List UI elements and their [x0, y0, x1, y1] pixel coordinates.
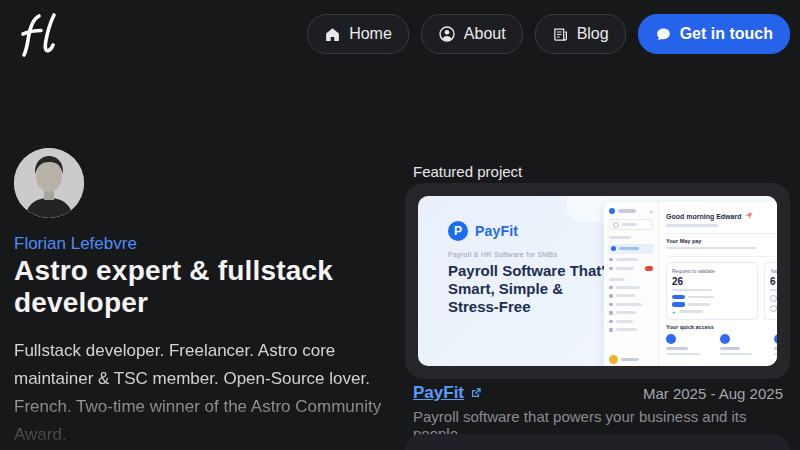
user-avatar-dot [609, 355, 618, 364]
newspaper-icon [552, 26, 569, 43]
notification-badge [645, 266, 653, 271]
nav-home-button[interactable]: Home [307, 14, 409, 54]
dashboard-sidebar: « [604, 202, 659, 366]
stat-tasks-card: Your pending tasks 6 [764, 262, 777, 320]
external-link-icon [469, 386, 483, 400]
quick-access-item [720, 334, 764, 355]
payfit-headline: Payroll Software That's Smart, Simple & … [448, 262, 618, 316]
project-dates: Mar 2025 - Aug 2025 [643, 385, 783, 402]
payfit-tagline: Payroll & HR Software for SMBs [448, 251, 557, 258]
nav-blog-label: Blog [577, 25, 609, 43]
avatar [14, 148, 84, 218]
payfit-link-label: PayFit [413, 383, 464, 403]
person-icon [438, 25, 456, 43]
fl-logo-icon [14, 8, 66, 64]
quick-access-item [666, 334, 710, 355]
payfit-brand-row: P PayFit [448, 221, 518, 241]
nav-blog-button[interactable]: Blog [535, 14, 626, 54]
site-header: Home About Blog Get in touch [0, 0, 800, 72]
project-meta-row: PayFit Mar 2025 - Aug 2025 [413, 383, 783, 403]
chat-icon [655, 26, 672, 43]
dashboard-mockup: « Good morning Edward [604, 202, 777, 366]
featured-project-label: Featured project [413, 163, 522, 180]
payfit-brand-name: PayFit [475, 223, 518, 239]
project-screenshot: P PayFit Payroll & HR Software for SMBs … [418, 196, 777, 366]
quick-access-title: Your quick access [666, 324, 714, 330]
nav-about-label: About [464, 25, 506, 43]
home-icon [324, 26, 341, 43]
get-in-touch-button[interactable]: Get in touch [638, 14, 790, 54]
nav-home-label: Home [349, 25, 392, 43]
dashboard-greeting: Good morning Edward [666, 212, 752, 220]
get-in-touch-label: Get in touch [680, 25, 773, 43]
featured-project-card[interactable]: P PayFit Payroll & HR Software for SMBs … [405, 183, 790, 379]
site-logo[interactable] [14, 8, 66, 64]
next-project-card-edge [405, 434, 790, 450]
rocket-icon [744, 212, 752, 220]
quick-access-item [774, 334, 777, 355]
main-nav: Home About Blog Get in touch [307, 14, 790, 54]
payfit-logo-icon: P [448, 221, 468, 241]
portrait-photo [14, 148, 84, 218]
bio-text: Fullstack developer. Freelancer. Astro c… [14, 337, 396, 449]
page-title: Astro expert & fullstack developer [14, 255, 344, 319]
author-name-link[interactable]: Florian Lefebvre [14, 234, 137, 254]
stat-requests-card: Request to validate 26 + [666, 262, 758, 320]
payfit-project-link[interactable]: PayFit [413, 383, 483, 403]
dashboard-main: Good morning Edward Your May pay Request… [658, 202, 777, 366]
nav-about-button[interactable]: About [421, 14, 523, 54]
pay-period-section: Your May pay [666, 233, 777, 257]
